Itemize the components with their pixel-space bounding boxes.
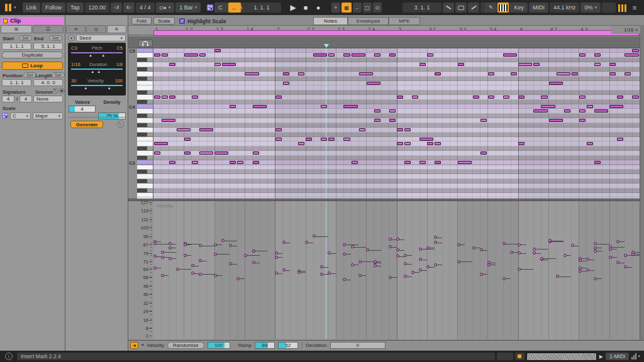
velocity-marker[interactable]: [275, 251, 278, 255]
midi-note[interactable]: [587, 142, 593, 145]
highlight-scale-checkbox[interactable]: ✓: [179, 18, 185, 24]
piano-key[interactable]: [137, 151, 153, 155]
midi-note[interactable]: [328, 138, 335, 141]
follow-button[interactable]: Follow: [42, 3, 65, 13]
velocity-marker[interactable]: [214, 243, 217, 246]
velocity-marker[interactable]: [457, 243, 460, 246]
midi-note[interactable]: [154, 142, 168, 145]
velocity-marker[interactable]: [548, 239, 552, 242]
midi-note[interactable]: [419, 63, 426, 66]
groove-amount-menu[interactable]: O●▾: [156, 3, 175, 13]
pitch-max-value[interactable]: C5: [116, 45, 123, 51]
velocity-marker[interactable]: [594, 277, 597, 280]
piano-key[interactable]: [137, 184, 153, 188]
midi-note[interactable]: [154, 96, 160, 99]
midi-note[interactable]: [214, 63, 221, 66]
generate-button[interactable]: Generate: [70, 121, 103, 128]
scale-mode-icon[interactable]: [207, 4, 213, 11]
preview-headphone-button[interactable]: [138, 40, 153, 47]
velocity-marker[interactable]: [161, 274, 164, 277]
arrangement-position-follow-button[interactable]: ←: [228, 3, 241, 13]
velocity-marker[interactable]: [480, 273, 483, 276]
midi-note[interactable]: [480, 119, 487, 122]
output-meter-icon[interactable]: [631, 353, 636, 359]
piano-key[interactable]: [137, 179, 153, 184]
clip-overview-toggle[interactable]: [515, 353, 525, 360]
velocity-marker[interactable]: [328, 272, 331, 275]
midi-note[interactable]: [404, 128, 411, 131]
tab-notes[interactable]: Notes: [313, 17, 348, 25]
duration-min-value[interactable]: 1/16: [71, 62, 80, 67]
velocity-marker[interactable]: [282, 241, 286, 244]
midi-note[interactable]: [199, 128, 213, 131]
velocity-marker[interactable]: [419, 268, 422, 272]
midi-note[interactable]: [253, 105, 267, 108]
piano-key[interactable]: [137, 128, 153, 132]
midi-note[interactable]: [184, 138, 191, 141]
midi-note[interactable]: [283, 72, 289, 75]
piano-key[interactable]: [137, 85, 153, 90]
velocity-marker[interactable]: [184, 243, 187, 246]
velocity-marker[interactable]: [252, 261, 255, 264]
midi-note[interactable]: [199, 151, 213, 155]
velocity-marker[interactable]: [404, 275, 407, 278]
midi-note[interactable]: [192, 96, 198, 99]
loop-toggle[interactable]: Loop: [2, 62, 63, 70]
tempo-field[interactable]: 120.00: [85, 3, 110, 13]
midi-note[interactable]: [343, 105, 357, 108]
midi-note[interactable]: [617, 138, 623, 141]
tab-utilities[interactable]: ✕: [107, 25, 126, 33]
velocity-marker[interactable]: [169, 246, 172, 250]
midi-note[interactable]: [533, 63, 540, 66]
clip-overview[interactable]: [526, 353, 597, 361]
time-signature-field[interactable]: 4 / 4: [136, 3, 155, 13]
velocity-marker[interactable]: [169, 257, 172, 260]
range-marker-icon[interactable]: ▲: [84, 86, 87, 90]
piano-key[interactable]: [137, 133, 153, 137]
piano-key[interactable]: [137, 67, 153, 72]
tab-generate[interactable]: ≌: [66, 25, 86, 33]
logo-chevron-icon[interactable]: ▾: [14, 5, 16, 10]
midi-note[interactable]: [435, 142, 441, 145]
velocity-marker[interactable]: [366, 248, 369, 251]
piano-key[interactable]: [137, 81, 153, 85]
velocity-marker[interactable]: [502, 277, 506, 280]
start-set-button[interactable]: Set: [19, 35, 32, 41]
record-button[interactable]: ●: [313, 3, 324, 13]
velocity-marker[interactable]: [518, 243, 521, 246]
velocity-marker[interactable]: [411, 271, 414, 274]
piano-key[interactable]: [137, 90, 153, 95]
groove-commit-icon[interactable]: ✱: [59, 88, 65, 94]
note-grid[interactable]: [153, 48, 640, 199]
piano-key[interactable]: [137, 104, 153, 109]
velocity-marker[interactable]: [594, 246, 597, 250]
velocity-marker[interactable]: [199, 273, 202, 276]
loop-length-field[interactable]: 4. 0. 0: [33, 79, 63, 86]
back-to-arrangement-button[interactable]: ←: [353, 3, 362, 13]
midi-note[interactable]: [632, 49, 638, 52]
piano-key[interactable]: [137, 58, 153, 62]
midi-note[interactable]: [169, 161, 175, 164]
velocity-marker[interactable]: [214, 274, 217, 277]
velocity-marker[interactable]: [305, 241, 308, 244]
tab-envelopes[interactable]: Envelopes: [348, 17, 389, 25]
velocity-marker[interactable]: [396, 248, 399, 251]
midi-map-button[interactable]: MIDI: [529, 3, 548, 13]
midi-note[interactable]: [594, 109, 608, 112]
velocity-marker[interactable]: [434, 263, 437, 266]
velocity-marker[interactable]: [358, 260, 362, 263]
midi-note[interactable]: [609, 105, 623, 108]
midi-note[interactable]: [397, 128, 403, 131]
midi-note[interactable]: [162, 53, 168, 57]
velocity-marker[interactable]: [389, 276, 392, 279]
insert-marker-icon[interactable]: [324, 44, 329, 48]
velocity-marker[interactable]: [434, 241, 437, 244]
piano-key[interactable]: [137, 141, 153, 146]
velocity-marker[interactable]: [571, 244, 574, 247]
vertical-scrollbar[interactable]: [640, 25, 644, 340]
velocity-marker[interactable]: [199, 259, 202, 262]
midi-note[interactable]: [352, 161, 358, 164]
midi-note[interactable]: [594, 161, 601, 164]
midi-note[interactable]: [275, 96, 282, 99]
piano-key[interactable]: [137, 77, 153, 81]
